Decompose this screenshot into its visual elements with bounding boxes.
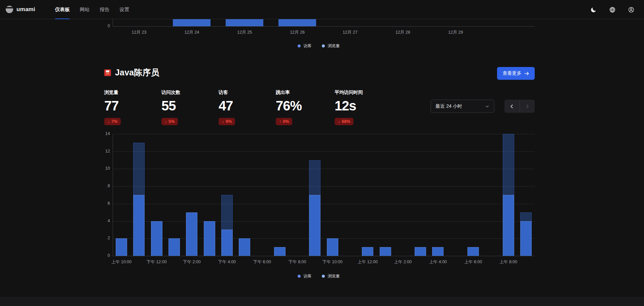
y-tick-label: 6	[88, 201, 110, 206]
nav-item-settings[interactable]: 设置	[114, 0, 134, 19]
bar-visitors[interactable]	[415, 247, 426, 256]
site-favicon	[104, 69, 111, 76]
bar-visitors[interactable]	[151, 221, 162, 256]
daily-x-axis-line	[113, 26, 535, 27]
umami-dashboard-page: umami 仪表板网站报告设置 012月 2312月 2412月 2512月 2…	[0, 0, 644, 306]
x-tick-label: 上午 10:00	[111, 259, 131, 265]
stat-label: 访客	[219, 90, 276, 96]
arrow-down-icon: ↓	[165, 119, 167, 124]
gridline	[113, 169, 535, 169]
x-tick-label: 12月 29	[448, 30, 463, 35]
bar-views[interactable]	[278, 19, 316, 26]
bar-visitors[interactable]	[239, 238, 250, 256]
stats-row: 浏览量77↓7%访问次数55↓5%访客47↓9%跳出率76%↑0%平均访问时间1…	[104, 90, 392, 125]
profile-user-icon-button[interactable]	[627, 5, 636, 14]
bar-visitors[interactable]	[309, 195, 320, 256]
date-range-dropdown[interactable]: 最近 24 小时	[430, 100, 494, 113]
legend-dot-icon	[298, 275, 301, 278]
bar-visitors[interactable]	[186, 212, 197, 256]
legend-item[interactable]: 浏览量	[322, 273, 340, 279]
x-tick-label: 12月 23	[132, 30, 147, 35]
x-tick-label: 12月 26	[290, 30, 305, 35]
x-tick-label: 12月 28	[395, 30, 410, 35]
stat-change-value: 68%	[342, 119, 350, 124]
stat-views: 浏览量77↓7%	[104, 90, 161, 125]
legend-item[interactable]: 访客	[298, 273, 312, 279]
brand-home-link[interactable]: umami	[6, 6, 35, 13]
chevron-left-icon	[509, 104, 514, 109]
prev-period-button[interactable]	[504, 100, 520, 113]
stat-change-badge: ↑0%	[276, 118, 292, 125]
next-period-button[interactable]	[520, 100, 535, 113]
x-tick-label: 12月 24	[184, 30, 199, 35]
bar-visitors[interactable]	[362, 247, 373, 256]
legend-dot-icon	[298, 44, 301, 47]
y-tick-label: 8	[88, 183, 110, 188]
stat-change-badge: ↓5%	[161, 118, 178, 125]
bar-visitors[interactable]	[380, 247, 391, 256]
stat-label: 平均访问时间	[335, 90, 392, 96]
daily-chart-legend: 访客浏览量	[103, 43, 535, 49]
legend-label: 浏览量	[328, 273, 340, 279]
y-tick-label: 14	[88, 131, 110, 136]
bar-visitors[interactable]	[432, 247, 444, 256]
bar-visitors[interactable]	[467, 247, 479, 256]
x-tick-label: 下午 8:00	[289, 259, 306, 265]
legend-item[interactable]: 访客	[298, 43, 312, 49]
stat-label: 浏览量	[104, 90, 161, 96]
x-tick-label: 下午 2:00	[183, 259, 201, 265]
bar-visitors[interactable]	[116, 238, 127, 256]
nav-item-dashboard[interactable]: 仪表板	[50, 0, 75, 19]
chevron-down-icon	[485, 104, 489, 108]
x-tick-label: 下午 6:00	[253, 259, 271, 265]
y-tick-label: 10	[88, 166, 110, 171]
y-tick-label: 2	[88, 236, 110, 240]
bar-visitors[interactable]	[327, 238, 338, 256]
legend-dot-icon	[322, 275, 325, 278]
bar-visitors[interactable]	[503, 195, 514, 256]
stat-value: 47	[219, 99, 276, 112]
bar-views[interactable]	[226, 19, 263, 26]
nav-icons	[589, 0, 636, 19]
stat-change-badge: ↓9%	[219, 118, 235, 125]
daily-y-axis-line	[113, 19, 113, 27]
nav-item-websites[interactable]: 网站	[75, 0, 94, 19]
x-tick-label: 上午 12:00	[357, 259, 378, 265]
legend-label: 浏览量	[328, 43, 340, 49]
umami-logo	[6, 6, 13, 13]
bar-visitors[interactable]	[168, 238, 180, 256]
footer-strip	[0, 297, 644, 306]
view-more-button[interactable]: 查看更多	[497, 67, 535, 80]
bar-visitors[interactable]	[520, 221, 532, 256]
legend-item[interactable]: 浏览量	[322, 43, 340, 49]
y-tick-label: 0	[89, 24, 110, 28]
x-tick-label: 下午 4:00	[218, 259, 236, 265]
arrow-down-icon: ↓	[108, 119, 110, 124]
website-header: Java陈序员	[104, 67, 159, 78]
x-tick-label: 12月 25	[237, 30, 252, 35]
main-nav: 仪表板网站报告设置	[50, 0, 135, 19]
x-tick-label: 上午 2:00	[394, 259, 412, 265]
bar-visitors[interactable]	[274, 247, 286, 256]
stat-change-badge: ↓7%	[104, 118, 121, 125]
stat-value: 12s	[335, 99, 392, 112]
gridline	[113, 221, 535, 222]
stat-value: 55	[161, 99, 219, 112]
nav-item-reports[interactable]: 报告	[94, 0, 114, 19]
theme-moon-icon	[590, 6, 597, 13]
y-tick-label: 12	[88, 149, 110, 154]
stat-change-value: 5%	[168, 119, 175, 124]
date-pager	[504, 100, 535, 113]
theme-moon-icon-button[interactable]	[589, 5, 598, 14]
bar-visitors[interactable]	[204, 221, 215, 256]
profile-user-icon	[628, 6, 635, 13]
arrow-down-icon: ↓	[338, 119, 340, 124]
x-tick-label: 下午 10:00	[323, 259, 343, 265]
legend-label: 访客	[304, 273, 312, 279]
bar-visitors[interactable]	[221, 230, 233, 256]
x-tick-label: 上午 6:00	[464, 259, 482, 265]
gridline	[113, 186, 535, 186]
bar-visitors[interactable]	[133, 195, 145, 256]
bar-views[interactable]	[173, 19, 211, 26]
language-globe-icon-button[interactable]	[608, 5, 617, 14]
